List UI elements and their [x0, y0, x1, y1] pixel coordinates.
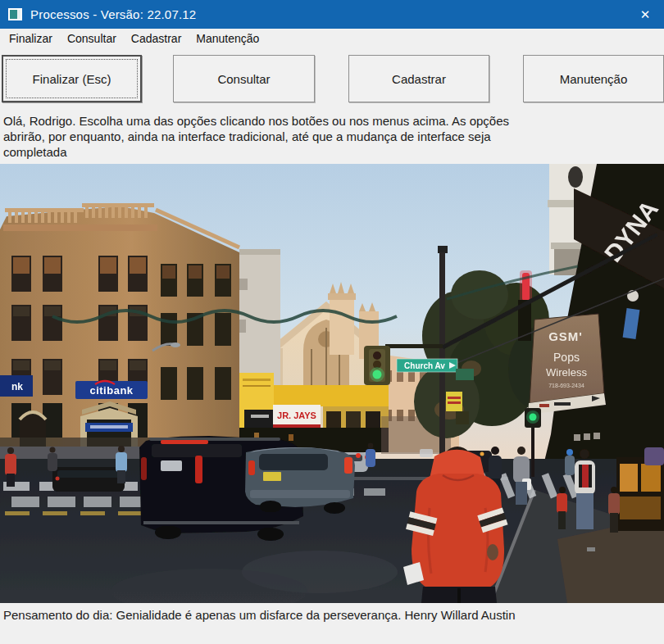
greeting-line: Olá, Rodrigo. Escolha uma das opções cli… [3, 113, 659, 129]
brick-building: nk citibank [0, 203, 239, 452]
menu-finalizar[interactable]: Finalizar [2, 29, 60, 48]
greeting-text: Olá, Rodrigo. Escolha uma das opções cli… [0, 111, 664, 164]
greeting-line: abrirão, por enquanto, ainda na interfac… [3, 129, 659, 144]
finalizar-button[interactable]: Finalizar (Esc) [2, 55, 142, 102]
title-bar: Processos - Versão: 22.07.12 ✕ [0, 0, 664, 29]
menu-manutencao[interactable]: Manutenção [189, 29, 266, 48]
menu-cadastrar[interactable]: Cadastrar [124, 29, 189, 48]
gray-suv [245, 447, 355, 514]
app-window: Processos - Versão: 22.07.12 ✕ Finalizar… [0, 0, 664, 644]
jrjays-text: JR. JAYS [277, 410, 316, 420]
traffic-light [364, 346, 390, 385]
citibank-sign-side-text: nk [11, 381, 23, 392]
menu-consultar[interactable]: Consultar [60, 29, 124, 48]
gsm-text-1: GSM' [548, 329, 583, 343]
close-button[interactable]: ✕ [626, 0, 664, 29]
window-title: Processos - Versão: 22.07.12 [30, 7, 196, 21]
street-name-sign: Church Av [397, 359, 457, 372]
citibank-sign-text: citibank [89, 384, 133, 397]
gsm-text-2: Pops [553, 351, 580, 364]
cadastrar-button[interactable]: Cadastrar [348, 55, 489, 102]
footer-quote: Pensamento do dia: Genialidade é apenas … [0, 603, 664, 644]
street-photo-canvas: nk citibank [0, 164, 664, 603]
consultar-button[interactable]: Consultar [173, 55, 315, 102]
menu-bar: Finalizar Consultar Cadastrar Manutenção [0, 29, 664, 48]
manutencao-button[interactable]: Manutenção [523, 55, 664, 102]
greeting-line: completada [3, 144, 659, 160]
gsm-phone-text: 718-693-2434 [548, 383, 584, 388]
button-row: Finalizar (Esc) Consultar Cadastrar Manu… [0, 48, 664, 111]
street-name-text: Church Av [404, 361, 445, 370]
gsm-text-3: Wireless [546, 366, 587, 379]
app-icon [8, 8, 22, 20]
street-photo: nk citibank [0, 164, 664, 603]
